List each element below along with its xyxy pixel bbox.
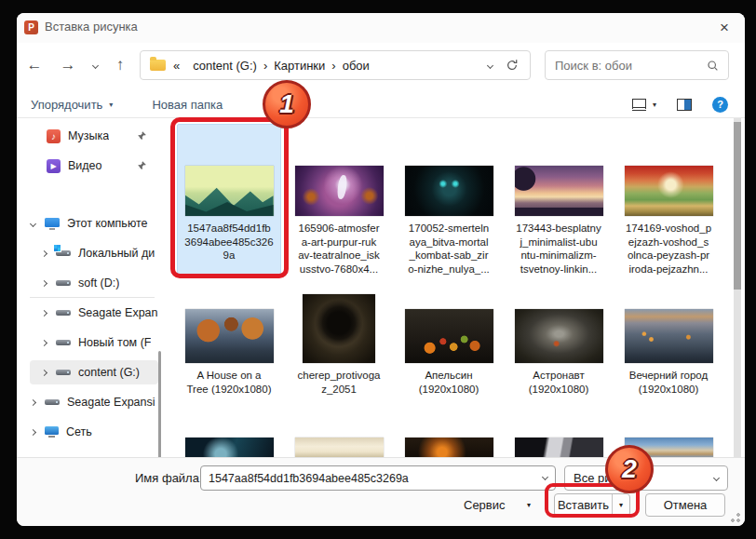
recent-locations-button[interactable] <box>88 47 102 84</box>
file-thumbnail <box>405 309 493 363</box>
search-input[interactable]: Поиск в: обои <box>545 50 729 80</box>
pin-icon <box>136 130 147 141</box>
file-item[interactable]: 165906-atmosfer a-art-purpur-ruk av-teat… <box>287 124 391 277</box>
sidebar-item-soft-d[interactable]: soft (D:) <box>17 271 162 295</box>
view-mode-button[interactable]: ▾ <box>632 99 656 111</box>
chevron-down-icon <box>91 61 98 68</box>
file-item[interactable]: 174169-voshod_p ejzazh-voshod_s olnca-pe… <box>616 124 721 277</box>
file-item[interactable]: A House on a Tree (1920x1080) <box>177 292 281 396</box>
file-item[interactable]: Вечерний город (1920x1080) <box>616 292 721 396</box>
file-item[interactable] <box>287 438 391 457</box>
organize-label: Упорядочить <box>31 98 102 112</box>
sidebar-item-label: Музыка <box>68 129 109 142</box>
sidebar-item-label: Seagate Expansi <box>67 396 155 409</box>
pin-icon <box>136 160 147 171</box>
preview-pane-icon[interactable] <box>677 99 692 111</box>
file-name-label: 174169-voshod_p ejzazh-voshod_s olnca-pe… <box>626 222 711 276</box>
resize-grip[interactable] <box>731 513 740 522</box>
sidebar-item-content-g[interactable]: content (G:) <box>30 360 158 384</box>
sidebar-item-label: Новый том (F <box>78 336 151 349</box>
sidebar-item-label: Seagate Expan <box>78 306 158 319</box>
chevron-down-icon[interactable] <box>26 222 39 226</box>
insert-split-arrow[interactable]: ▾ <box>612 494 629 516</box>
breadcrumb-item-pictures[interactable]: Картинки <box>274 59 325 73</box>
organize-button[interactable]: Упорядочить ▾ <box>31 98 113 112</box>
annotation-step-1: 1 <box>263 80 311 128</box>
sidebar-item-label: Сеть <box>66 425 92 438</box>
file-thumbnail <box>295 438 384 457</box>
up-button[interactable]: ↑ <box>110 47 130 84</box>
chevron-right-icon[interactable] <box>37 251 50 256</box>
sidebar-item-music[interactable]: ♪ Музыка <box>17 124 162 148</box>
file-item[interactable] <box>177 438 281 457</box>
chevron-right-icon[interactable] <box>37 281 50 286</box>
file-item[interactable]: cherep_protivoga z_2051 <box>287 292 391 396</box>
file-item-selected[interactable]: 1547aa8f54dd1fb 3694abee485c326 9a <box>177 124 281 277</box>
refresh-icon[interactable] <box>506 59 519 72</box>
sidebar-item-local-disk[interactable]: Локальный ди <box>17 241 162 265</box>
music-icon: ♪ <box>47 129 61 143</box>
computer-icon <box>45 218 60 230</box>
breadcrumb-separator: › <box>263 59 267 73</box>
breadcrumb-prefix: « <box>173 59 180 73</box>
file-list-scrollbar[interactable] <box>734 118 741 457</box>
sidebar-item-label: content (G:) <box>78 366 140 379</box>
insert-picture-dialog: P Вставка рисунка × ← → ↑ « content (G:)… <box>17 13 745 526</box>
file-item[interactable] <box>397 438 501 457</box>
file-name-label: 165906-atmosfer a-art-purpur-ruk av-teat… <box>298 222 380 276</box>
sidebar-item-seagate-expansion-2[interactable]: Seagate Expansi <box>17 390 162 414</box>
filename-input[interactable] <box>200 465 556 491</box>
chevron-right-icon[interactable] <box>26 430 39 435</box>
filename-label: Имя файла: <box>135 465 203 491</box>
file-item[interactable]: Апельсин (1920x1080) <box>397 292 501 396</box>
breadcrumb-item-drive[interactable]: content (G:) <box>193 59 257 73</box>
sidebar-separator <box>30 297 155 298</box>
chevron-down-icon <box>713 475 720 481</box>
file-thumbnail <box>185 438 274 457</box>
file-name-label: cherep_protivoga z_2051 <box>298 369 381 396</box>
tools-button[interactable]: Сервис ▾ <box>462 493 533 517</box>
chevron-right-icon[interactable] <box>26 400 39 405</box>
file-item[interactable] <box>506 438 611 457</box>
cancel-button[interactable]: Отмена <box>645 493 725 517</box>
file-name-label: Апельсин (1920x1080) <box>419 369 479 396</box>
drive-icon <box>45 399 60 405</box>
help-button[interactable]: ? <box>712 97 728 113</box>
file-item[interactable]: 170052-smerteln aya_bitva-mortal _kombat… <box>397 124 501 277</box>
breadcrumb-separator: › <box>331 59 335 73</box>
drive-icon <box>56 310 71 316</box>
sidebar-item-seagate-expansion[interactable]: Seagate Expan <box>17 301 162 325</box>
sidebar-item-network[interactable]: Сеть <box>17 420 162 444</box>
address-bar[interactable]: « content (G:) › Картинки › обои <box>140 50 531 80</box>
close-icon[interactable]: × <box>713 17 736 39</box>
sidebar-item-video[interactable]: ▶ Видео <box>17 154 162 178</box>
new-folder-label: Новая папка <box>152 98 223 112</box>
chevron-right-icon[interactable] <box>37 341 50 345</box>
breadcrumb-item-wallpapers[interactable]: обои <box>343 59 370 73</box>
file-item[interactable]: Астронавт (1920x1080) <box>506 292 611 396</box>
file-thumbnail <box>515 309 603 363</box>
new-folder-button[interactable]: Новая папка <box>152 98 223 112</box>
video-icon: ▶ <box>47 159 61 173</box>
file-name-label: A House on a Tree (1920x1080) <box>187 369 272 396</box>
address-dropdown-icon[interactable] <box>487 61 493 68</box>
command-toolbar: Упорядочить ▾ Новая папка ▾ ? <box>17 91 745 118</box>
drive-icon <box>56 370 71 375</box>
insert-button[interactable]: Вставить ▾ <box>554 493 630 517</box>
file-item[interactable]: 173443-besplatny j_minimalist-ubu ntu-mi… <box>506 124 611 277</box>
sidebar-item-this-pc[interactable]: Этот компьюте <box>17 211 162 236</box>
chevron-right-icon[interactable] <box>37 371 50 375</box>
sidebar-item-new-volume-f[interactable]: Новый том (F <box>17 330 162 355</box>
back-button[interactable]: ← <box>24 47 45 84</box>
scrollbar-thumb[interactable] <box>734 122 741 290</box>
file-name-label: Вечерний город (1920x1080) <box>629 369 708 396</box>
file-grid-row-2: A House on a Tree (1920x1080) cherep_pro… <box>177 292 721 396</box>
tools-label: Сервис <box>464 498 506 512</box>
file-thumbnail <box>185 166 274 216</box>
chevron-right-icon[interactable] <box>37 311 50 316</box>
sidebar-item-label: Этот компьюте <box>67 217 148 230</box>
sidebar-item-label: Видео <box>68 159 102 172</box>
file-thumbnail <box>295 166 384 216</box>
forward-button[interactable]: → <box>58 47 78 84</box>
chevron-down-icon: ▾ <box>527 501 531 509</box>
